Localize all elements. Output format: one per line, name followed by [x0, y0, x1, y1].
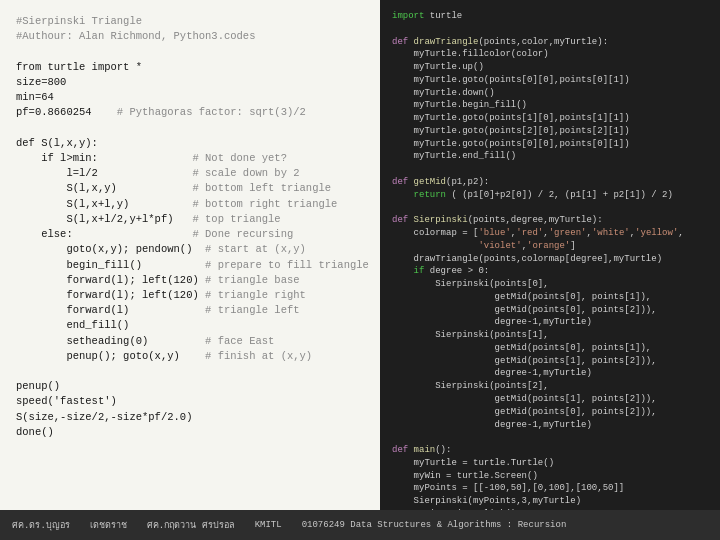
status-item-3: ศค.กฤตวาน ศรปรอล: [147, 518, 235, 532]
right-code: import turtle def drawTriangle(points,co…: [392, 10, 708, 510]
status-bar: ศค.ดร.บุญอร เดชดราช ศค.กฤตวาน ศรปรอล KMI…: [0, 510, 720, 540]
status-item-5: 01076249 Data Structures & Algorithms : …: [302, 520, 567, 530]
left-panel: #Sierpinski Triangle #Authour: Alan Rich…: [0, 0, 380, 510]
status-item-4: KMITL: [255, 520, 282, 530]
status-item-1: ศค.ดร.บุญอร: [12, 518, 70, 532]
left-code: #Sierpinski Triangle #Authour: Alan Rich…: [16, 14, 364, 440]
status-item-2: เดชดราช: [90, 518, 127, 532]
right-panel: import turtle def drawTriangle(points,co…: [380, 0, 720, 510]
